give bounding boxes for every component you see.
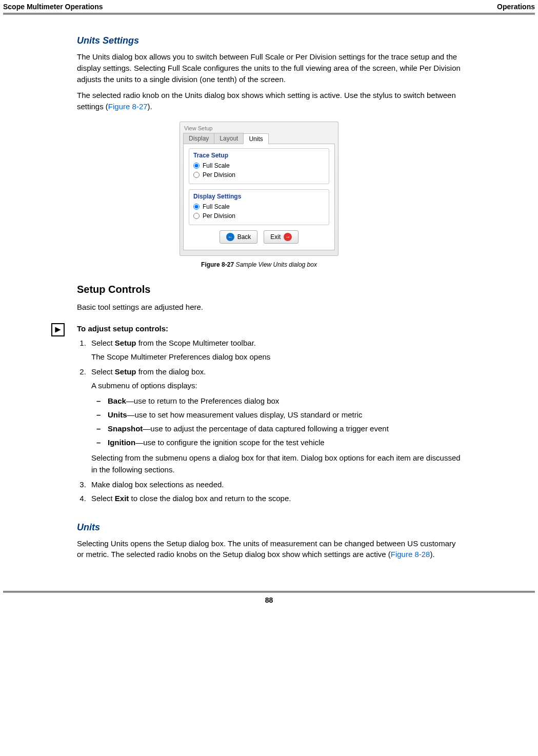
figure-caption-italic: Sample View Units dialog box bbox=[234, 261, 317, 268]
step-2-b: Setup bbox=[115, 367, 136, 376]
figure-caption-8-27: Figure 8-27 Sample View Units dialog box bbox=[180, 261, 338, 268]
opt-back-b: Back bbox=[108, 396, 126, 405]
opt-back-t: —use to return to the Preferences dialog… bbox=[126, 396, 280, 405]
radio-trace-per-division-input[interactable] bbox=[193, 172, 200, 178]
dialog-buttons: ← Back Exit → bbox=[189, 230, 329, 244]
radio-display-per-division-label: Per Division bbox=[203, 212, 235, 220]
step-4-a: Select bbox=[91, 494, 115, 503]
opt-snapshot-t: —use to adjust the percentage of data ca… bbox=[143, 424, 388, 433]
step-2-a: Select bbox=[91, 367, 115, 376]
units-settings-heading: Units Settings bbox=[77, 35, 462, 46]
step-4-c: to close the dialog box and return to th… bbox=[129, 494, 291, 503]
step-2-tail: Selecting from the submenu opens a dialo… bbox=[91, 452, 462, 476]
view-setup-dialog: View Setup Display Layout Units Trace Se… bbox=[180, 122, 338, 256]
tab-layout[interactable]: Layout bbox=[214, 133, 244, 144]
back-button-label: Back bbox=[237, 233, 251, 241]
step-3: Make dialog box selections as needed. bbox=[88, 479, 462, 490]
step-1-subline: The Scope Multimeter Preferences dialog … bbox=[91, 351, 462, 363]
back-arrow-icon: ← bbox=[226, 233, 234, 241]
radio-trace-per-division-label: Per Division bbox=[203, 171, 235, 178]
units-settings-para2: The selected radio knob on the Units dia… bbox=[77, 90, 462, 112]
radio-display-per-division[interactable]: Per Division bbox=[193, 211, 325, 221]
dialog-title: View Setup bbox=[184, 125, 335, 131]
step-1-c: from the Scope Multimeter toolbar. bbox=[136, 339, 256, 347]
units-settings-para1: The Units dialog box allows you to switc… bbox=[77, 51, 462, 85]
step-2-c: from the dialog box. bbox=[136, 367, 206, 376]
radio-trace-full-scale[interactable]: Full Scale bbox=[193, 161, 325, 170]
units-para: Selecting Units opens the Setup dialog b… bbox=[77, 538, 462, 561]
step-1-a: Select bbox=[91, 339, 115, 347]
step-1: Select Setup from the Scope Multimeter t… bbox=[88, 337, 462, 363]
procedure-title: To adjust setup controls: bbox=[77, 324, 462, 333]
radio-trace-full-scale-input[interactable] bbox=[193, 163, 200, 169]
figure-link-8-28[interactable]: Figure 8-28 bbox=[391, 550, 430, 559]
step-2: Select Setup from the dialog box. A subm… bbox=[88, 366, 462, 475]
legend-trace-setup: Trace Setup bbox=[193, 152, 325, 159]
units-para-b: ). bbox=[430, 550, 434, 559]
procedure-list: Select Setup from the Scope Multimeter t… bbox=[88, 337, 462, 505]
dialog-tabbar: Display Layout Units bbox=[183, 133, 335, 144]
opt-ignition-b: Ignition bbox=[108, 438, 135, 447]
units-settings-para2-b: ). bbox=[148, 102, 152, 111]
back-button[interactable]: ← Back bbox=[220, 230, 258, 244]
opt-units-b: Units bbox=[108, 410, 127, 419]
procedure-icon bbox=[51, 323, 65, 336]
figure-8-27: View Setup Display Layout Units Trace Se… bbox=[180, 122, 338, 268]
fieldset-display-settings: Display Settings Full Scale Per Division bbox=[189, 189, 329, 225]
radio-display-full-scale-label: Full Scale bbox=[203, 203, 230, 210]
tab-units[interactable]: Units bbox=[243, 133, 268, 144]
header-left: Scope Multimeter Operations bbox=[3, 3, 103, 11]
submenu-options: Back—use to return to the Preferences di… bbox=[96, 395, 462, 449]
figure-link-8-27[interactable]: Figure 8-27 bbox=[108, 102, 148, 111]
legend-display-settings: Display Settings bbox=[193, 193, 325, 200]
step-4-b: Exit bbox=[115, 494, 129, 503]
fieldset-trace-setup: Trace Setup Full Scale Per Division bbox=[189, 148, 329, 184]
tab-display[interactable]: Display bbox=[183, 133, 214, 144]
step-4: Select Exit to close the dialog box and … bbox=[88, 492, 462, 504]
step-1-b: Setup bbox=[115, 339, 136, 347]
opt-snapshot-b: Snapshot bbox=[108, 424, 143, 433]
exit-button-label: Exit bbox=[270, 233, 281, 241]
radio-display-full-scale-input[interactable] bbox=[193, 204, 200, 210]
svg-marker-0 bbox=[55, 327, 61, 332]
step-2-subline: A submenu of options displays: bbox=[91, 380, 462, 391]
setup-controls-heading: Setup Controls bbox=[77, 284, 462, 295]
opt-ignition-t: —use to configure the ignition scope for… bbox=[135, 438, 325, 447]
opt-back: Back—use to return to the Preferences di… bbox=[96, 395, 462, 407]
units-heading: Units bbox=[77, 522, 462, 533]
radio-display-per-division-input[interactable] bbox=[193, 213, 200, 219]
radio-trace-full-scale-label: Full Scale bbox=[203, 162, 230, 169]
setup-controls-intro: Basic tool settings are adjusted here. bbox=[77, 302, 462, 313]
tabpanel-units: Trace Setup Full Scale Per Division Disp… bbox=[183, 144, 335, 250]
opt-ignition: Ignition—use to configure the ignition s… bbox=[96, 436, 462, 448]
opt-units: Units—use to set how measurement values … bbox=[96, 409, 462, 421]
opt-snapshot: Snapshot—use to adjust the percentage of… bbox=[96, 423, 462, 434]
opt-units-t: —use to set how measurement values displ… bbox=[127, 410, 363, 419]
header-right: Operations bbox=[497, 3, 535, 11]
exit-button[interactable]: Exit → bbox=[264, 230, 298, 244]
figure-caption-bold: Figure 8-27 bbox=[201, 261, 234, 268]
page-number: 88 bbox=[0, 596, 538, 604]
radio-display-full-scale[interactable]: Full Scale bbox=[193, 202, 325, 211]
exit-arrow-icon: → bbox=[284, 233, 292, 241]
footer-rule bbox=[3, 591, 535, 593]
radio-trace-per-division[interactable]: Per Division bbox=[193, 170, 325, 180]
